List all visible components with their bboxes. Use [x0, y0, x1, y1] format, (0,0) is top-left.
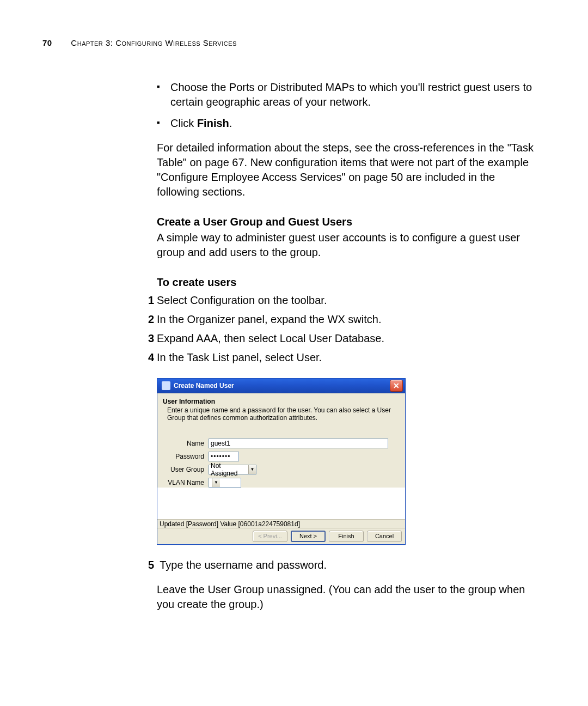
password-label: Password [163, 453, 204, 460]
name-label: Name [163, 440, 204, 447]
usergroup-label: User Group [163, 466, 204, 473]
main-content: Choose the Ports or Distributed MAPs to … [157, 80, 538, 612]
create-named-user-dialog: Create Named User ✕ User Information Ent… [157, 378, 406, 545]
bullet-list: Choose the Ports or Distributed MAPs to … [157, 80, 538, 131]
step-text: Select Configuration on the toolbar. [157, 294, 327, 306]
bullet-text: Click [170, 117, 197, 129]
form-row-name: Name [163, 439, 400, 448]
subsection-heading: To create users [157, 276, 538, 289]
numbered-steps: Select Configuration on the toolbar. In … [157, 293, 538, 365]
dialog-body: User Information Enter a unique name and… [157, 393, 405, 488]
app-icon [162, 381, 170, 390]
dialog-figure: Create Named User ✕ User Information Ent… [157, 378, 538, 545]
step-item: In the Task List panel, select User. [143, 350, 538, 365]
running-header: 70 Chapter 3: Configuring Wireless Servi… [42, 38, 538, 47]
usergroup-select[interactable]: Not Assigned ▼ [209, 465, 256, 474]
bullet-text: . [229, 117, 232, 129]
bullet-bold: Finish [197, 117, 229, 129]
paragraph: For detailed information about the steps… [157, 141, 538, 199]
step-item: Select Configuration on the toolbar. [143, 293, 538, 308]
section-description: Enter a unique name and a password for t… [167, 406, 400, 422]
dialog-button-row: < Previ... Next > Finish Cancel [157, 528, 405, 544]
form-row-vlan: VLAN Name ▼ [163, 478, 400, 488]
page-number: 70 [42, 38, 52, 47]
form-row-usergroup: User Group Not Assigned ▼ [163, 465, 400, 474]
bullet-text: Choose the Ports or Distributed MAPs to … [170, 81, 532, 108]
vlanname-label: VLAN Name [163, 479, 204, 486]
step-text: Type the username and password. [160, 559, 327, 571]
bullet-item: Click Finish. [157, 116, 538, 131]
chapter-title: Chapter 3: Configuring Wireless Services [71, 38, 236, 47]
step-text: Expand AAA, then select Local User Datab… [157, 332, 384, 344]
step-item: In the Organizer panel, expand the WX sw… [143, 312, 538, 327]
previous-button[interactable]: < Previ... [253, 531, 287, 542]
status-bar: Updated [Password] Value [06001a22475908… [157, 519, 405, 528]
section-heading: Create a User Group and Guest Users [157, 216, 538, 228]
close-icon: ✕ [393, 381, 400, 390]
section-title: User Information [163, 398, 400, 405]
step-number: 5 [143, 558, 154, 573]
step-text: In the Organizer panel, expand the WX sw… [157, 313, 381, 325]
finish-button[interactable]: Finish [329, 531, 364, 542]
chevron-down-icon: ▼ [248, 465, 256, 474]
password-input[interactable] [209, 452, 239, 461]
dialog-title-text: Create Named User [174, 382, 234, 389]
paragraph: Leave the User Group unassigned. (You ca… [157, 582, 538, 612]
paragraph: A simple way to administer guest user ac… [157, 230, 538, 260]
usergroup-value: Not Assigned [211, 462, 247, 477]
document-page: 70 Chapter 3: Configuring Wireless Servi… [0, 0, 588, 643]
bullet-item: Choose the Ports or Distributed MAPs to … [157, 80, 538, 109]
vlanname-select[interactable]: ▼ [209, 478, 241, 488]
next-button[interactable]: Next > [291, 531, 326, 542]
step-item: 5 Type the username and password. [143, 558, 538, 573]
form-row-password: Password [163, 452, 400, 461]
step-item: Expand AAA, then select Local User Datab… [143, 331, 538, 346]
cancel-button[interactable]: Cancel [367, 531, 402, 542]
close-button[interactable]: ✕ [390, 380, 403, 392]
name-input[interactable] [209, 439, 388, 448]
chevron-down-icon: ▼ [212, 478, 220, 487]
step-text: In the Task List panel, select User. [157, 351, 322, 363]
dialog-titlebar[interactable]: Create Named User ✕ [157, 379, 405, 393]
